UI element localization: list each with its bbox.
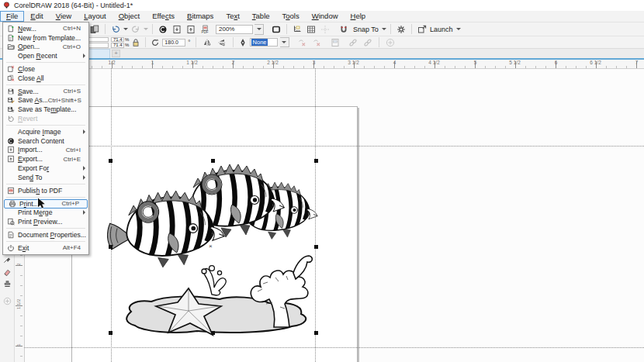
- launch-dropdown[interactable]: [456, 28, 461, 30]
- menu-item-export-for[interactable]: Export For: [3, 164, 88, 173]
- menubar-item-view[interactable]: View: [50, 11, 78, 22]
- search-content-button[interactable]: [157, 23, 169, 35]
- menu-item-close-all[interactable]: Close All: [3, 74, 88, 83]
- menu-item-search-content[interactable]: Search Content: [3, 136, 88, 146]
- show-rulers-button[interactable]: [291, 23, 303, 35]
- menu-item-send-to[interactable]: Send To: [3, 173, 88, 182]
- object-position-x-field[interactable]: [88, 37, 109, 43]
- clear-transform-button[interactable]: [296, 36, 308, 48]
- menu-item-exit[interactable]: ExitAlt+F4: [3, 243, 88, 253]
- mirror-vertical-button[interactable]: [216, 36, 228, 48]
- menu-item-label: Search Content: [16, 137, 86, 145]
- outline-width-dropdown[interactable]: [280, 37, 289, 47]
- horizontal-ruler[interactable]: [24, 60, 644, 69]
- show-grid-button[interactable]: [305, 23, 317, 35]
- menubar-item-layout[interactable]: Layout: [78, 11, 113, 22]
- undo-button[interactable]: [109, 23, 122, 35]
- menu-separator: [6, 62, 85, 63]
- menu-item-save-as-template[interactable]: Save as Template...: [3, 105, 88, 114]
- selection-handle[interactable]: [211, 331, 215, 335]
- selection-handle[interactable]: [314, 159, 318, 163]
- clear-effects-button[interactable]: [310, 36, 323, 48]
- rotation-angle-field[interactable]: 180.0: [162, 39, 185, 47]
- menubar-item-bitmaps[interactable]: Bitmaps: [181, 11, 220, 22]
- m-new-icon: [5, 24, 16, 33]
- snap-toggle-button[interactable]: [338, 23, 350, 35]
- new-tab-button[interactable]: +: [112, 50, 120, 57]
- stamp-tool[interactable]: [2, 278, 12, 289]
- quick-customize-button[interactable]: [384, 36, 396, 48]
- snap-to-label[interactable]: Snap To: [353, 26, 379, 33]
- menubar-item-edit[interactable]: Edit: [24, 11, 49, 22]
- menu-item-open-recent[interactable]: Open Recent: [3, 51, 88, 60]
- object-position-y-field[interactable]: [88, 43, 109, 48]
- selection-handle[interactable]: [314, 245, 318, 249]
- link-button[interactable]: [347, 36, 359, 48]
- menu-item-export[interactable]: Export...Ctrl+E: [3, 154, 88, 164]
- guideline-horizontal-bottom[interactable]: [24, 347, 644, 348]
- menu-item-label: Document Properties...: [16, 231, 86, 239]
- mirror-horizontal-button[interactable]: [201, 36, 213, 48]
- menu-item-new[interactable]: New...Ctrl+N: [3, 24, 88, 33]
- undo-dropdown[interactable]: [123, 28, 128, 30]
- selection-handle[interactable]: [109, 159, 113, 163]
- zoom-level-combobox[interactable]: 200%: [216, 25, 253, 34]
- menu-item-close[interactable]: Close: [3, 64, 88, 74]
- import-button[interactable]: [171, 23, 183, 35]
- paste-button[interactable]: [88, 23, 101, 35]
- launch-icon-button[interactable]: [416, 23, 428, 35]
- propbar-separator: [196, 37, 196, 47]
- menu-item-print-merge[interactable]: Print Merge: [3, 209, 88, 218]
- menu-item-publish-to-pdf[interactable]: Publish to PDF: [3, 186, 88, 195]
- add-tool[interactable]: [2, 295, 12, 306]
- menu-item-save-as[interactable]: Save As...Ctrl+Shift+S: [3, 96, 88, 105]
- redo-dropdown[interactable]: [144, 28, 148, 30]
- snap-to-dropdown[interactable]: [382, 28, 386, 30]
- lock-ratio-button[interactable]: [131, 36, 140, 48]
- menubar-item-object[interactable]: Object: [113, 11, 146, 22]
- menubar-item-text[interactable]: Text: [220, 11, 245, 22]
- menu-item-print-preview[interactable]: Print Preview...: [3, 217, 88, 226]
- rotate-tool-button[interactable]: [151, 36, 160, 48]
- selection-handle[interactable]: [109, 331, 113, 335]
- menu-item-print[interactable]: Print...Ctrl+P: [4, 199, 88, 209]
- options-button[interactable]: [395, 23, 407, 35]
- propbar-separator: [233, 37, 234, 47]
- selection-handle[interactable]: [211, 159, 215, 163]
- menubar-item-help[interactable]: Help: [345, 11, 372, 22]
- menubar-item-window[interactable]: Window: [306, 11, 345, 22]
- export-button[interactable]: [185, 23, 197, 35]
- toolbar-separator: [411, 24, 412, 34]
- menu-item-label: New from Template...: [16, 34, 86, 42]
- outline-pen-button[interactable]: [238, 36, 248, 48]
- menu-item-document-properties[interactable]: Document Properties...: [3, 230, 88, 240]
- eraser-tool[interactable]: [2, 267, 12, 278]
- menubar-item-file[interactable]: File: [0, 11, 24, 22]
- fullscreen-preview-button[interactable]: [270, 23, 282, 35]
- knife-tool[interactable]: [2, 254, 12, 265]
- zoom-level-dropdown[interactable]: [254, 24, 264, 35]
- menubar-item-table[interactable]: Table: [246, 11, 276, 22]
- selection-handle[interactable]: [109, 245, 113, 249]
- selection-handle[interactable]: [314, 331, 318, 335]
- menu-item-import[interactable]: Import...Ctrl+I: [3, 146, 88, 155]
- menu-item-acquire-image[interactable]: Acquire Image: [3, 127, 88, 136]
- publish-pdf-button[interactable]: PDF: [199, 23, 211, 35]
- menubar-item-effects[interactable]: Effects: [146, 11, 181, 22]
- menu-item-open[interactable]: Open...Ctrl+O: [3, 43, 88, 52]
- outline-width-combobox[interactable]: None: [250, 38, 278, 47]
- menu-item-revert[interactable]: Revert: [3, 114, 88, 123]
- menu-item-save[interactable]: Save...Ctrl+S: [3, 87, 88, 96]
- toolbar-separator: [390, 24, 391, 34]
- redo-button[interactable]: [130, 23, 142, 35]
- scale-x-field[interactable]: 71.4: [111, 37, 124, 43]
- show-guidelines-button[interactable]: [319, 23, 331, 35]
- launch-button[interactable]: Launch: [430, 26, 453, 33]
- menu-item-new-from-template[interactable]: New from Template...: [3, 33, 88, 43]
- guideline-horizontal-top[interactable]: [24, 146, 644, 147]
- edit-fill-button[interactable]: [329, 36, 341, 48]
- scale-y-field[interactable]: 71.4: [111, 43, 124, 48]
- unlink-button[interactable]: [362, 36, 374, 48]
- hruler-label: 6: [555, 60, 558, 65]
- menubar-item-tools[interactable]: Tools: [276, 11, 306, 22]
